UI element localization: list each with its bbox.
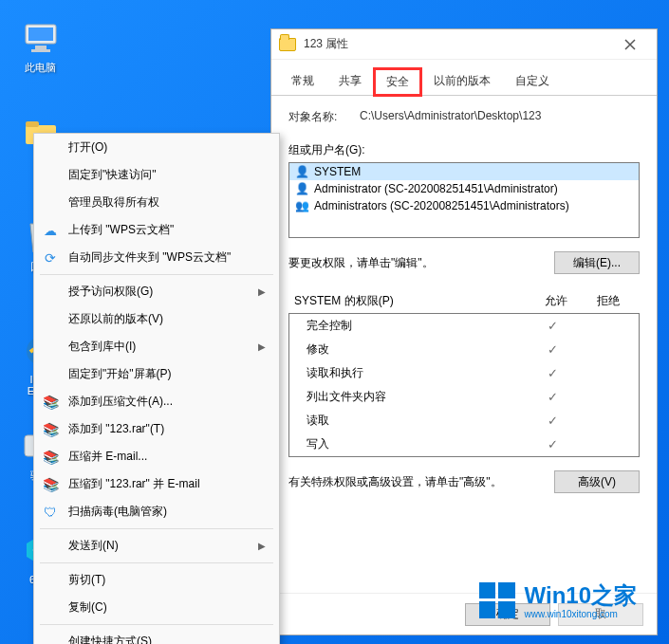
permission-name: 读取和执行 xyxy=(307,365,527,381)
titlebar[interactable]: 123 属性 xyxy=(271,29,657,60)
archive-icon: 📚 xyxy=(42,476,59,493)
allow-check: ✓ xyxy=(527,414,579,428)
menu-pin-quick[interactable]: 固定到"快速访问" xyxy=(34,161,279,189)
user-icon: 👤 xyxy=(295,182,308,195)
menu-separator xyxy=(40,274,273,275)
computer-icon xyxy=(22,19,60,57)
shield-icon: 🛡 xyxy=(42,504,59,521)
menu-label: 扫描病毒(电脑管家) xyxy=(68,504,167,520)
menu-label: 压缩到 "123.rar" 并 E-mail xyxy=(68,476,200,492)
menu-copy[interactable]: 复制(C) xyxy=(34,594,279,621)
svg-rect-3 xyxy=(31,49,50,52)
menu-sync-wps[interactable]: ⟳ 自动同步文件夹到 "WPS云文档" xyxy=(34,244,279,271)
allow-check: ✓ xyxy=(527,319,579,333)
context-menu: 打开(O) 固定到"快速访问" 管理员取得所有权 ☁ 上传到 "WPS云文档" … xyxy=(33,133,280,644)
menu-compress-email[interactable]: 📚压缩并 E-mail... xyxy=(34,443,279,470)
permission-row: 列出文件夹内容 ✓ xyxy=(289,385,639,409)
menu-separator xyxy=(40,528,273,529)
permissions-list[interactable]: 完全控制 ✓ 修改 ✓ 读取和执行 ✓ 列出文件夹内容 ✓ xyxy=(288,313,640,457)
user-item-system[interactable]: 👤 SYSTEM xyxy=(289,163,639,180)
menu-compress-rar-email[interactable]: 📚压缩到 "123.rar" 并 E-mail xyxy=(34,470,279,498)
menu-label: 包含到库中(I) xyxy=(68,339,136,355)
permissions-header: SYSTEM 的权限(P) xyxy=(294,293,530,309)
menu-separator xyxy=(40,562,273,563)
menu-add-rar[interactable]: 📚添加到 "123.rar"(T) xyxy=(34,415,279,443)
svg-rect-2 xyxy=(35,46,46,49)
user-item-administrators[interactable]: 👥 Administrators (SC-202008251451\Admini… xyxy=(289,197,639,214)
archive-icon: 📚 xyxy=(42,421,59,438)
menu-cut[interactable]: 剪切(T) xyxy=(34,566,279,594)
menu-pin-start[interactable]: 固定到"开始"屏幕(P) xyxy=(34,360,279,388)
close-button[interactable] xyxy=(611,32,649,57)
menu-label: 授予访问权限(G) xyxy=(68,284,153,300)
chevron-right-icon: ▶ xyxy=(258,341,266,352)
menu-upload-wps[interactable]: ☁ 上传到 "WPS云文档" xyxy=(34,216,279,244)
menu-label: 管理员取得所有权 xyxy=(68,194,159,211)
menu-add-archive[interactable]: 📚添加到压缩文件(A)... xyxy=(34,388,279,415)
menu-create-shortcut[interactable]: 创建快捷方式(S) xyxy=(34,628,279,644)
user-list[interactable]: 👤 SYSTEM 👤 Administrator (SC-20200825145… xyxy=(288,162,640,238)
menu-admin-own[interactable]: 管理员取得所有权 xyxy=(34,189,279,216)
allow-check: ✓ xyxy=(527,390,579,404)
deny-header: 拒绝 xyxy=(582,293,634,309)
menu-label: 还原以前的版本(V) xyxy=(68,311,163,327)
permission-name: 写入 xyxy=(307,436,527,452)
menu-open[interactable]: 打开(O) xyxy=(34,134,279,161)
edit-button[interactable]: 编辑(E)... xyxy=(554,251,640,274)
edit-note: 要更改权限，请单击"编辑"。 xyxy=(288,255,554,271)
tab-custom[interactable]: 自定义 xyxy=(503,67,562,95)
tab-general[interactable]: 常规 xyxy=(279,67,326,95)
permission-row: 修改 ✓ xyxy=(289,338,639,361)
allow-check: ✓ xyxy=(527,366,579,380)
menu-grant-access[interactable]: 授予访问权限(G)▶ xyxy=(34,278,279,305)
permission-name: 读取 xyxy=(307,413,527,429)
archive-icon: 📚 xyxy=(42,449,59,466)
properties-dialog: 123 属性 常规 共享 安全 以前的版本 自定义 对象名称: C:\Users… xyxy=(270,28,658,635)
sync-icon: ⟳ xyxy=(42,249,59,267)
dialog-body: 对象名称: C:\Users\Administrator\Desktop\123… xyxy=(271,96,657,506)
menu-label: 添加到 "123.rar"(T) xyxy=(68,421,164,437)
tab-security[interactable]: 安全 xyxy=(374,68,421,96)
permission-row: 读取 ✓ xyxy=(289,409,639,432)
menu-restore-prev[interactable]: 还原以前的版本(V) xyxy=(34,305,279,333)
menu-label: 压缩并 E-mail... xyxy=(68,449,147,465)
user-icon: 👤 xyxy=(295,165,308,178)
user-name: SYSTEM xyxy=(314,165,361,178)
dialog-title: 123 属性 xyxy=(304,36,611,52)
windows-logo-icon xyxy=(479,582,515,618)
svg-rect-1 xyxy=(28,28,53,41)
tab-prev-versions[interactable]: 以前的版本 xyxy=(421,67,503,95)
folder-icon xyxy=(279,38,296,51)
menu-label: 固定到"快速访问" xyxy=(68,167,157,183)
menu-label: 打开(O) xyxy=(68,139,107,156)
advanced-button[interactable]: 高级(V) xyxy=(554,470,640,493)
user-name: Administrators (SC-202008251451\Administ… xyxy=(314,199,569,212)
menu-label: 添加到压缩文件(A)... xyxy=(68,394,173,410)
menu-send-to[interactable]: 发送到(N)▶ xyxy=(34,532,279,560)
desktop-icon-this-pc[interactable]: 此电脑 xyxy=(9,19,71,75)
watermark-title: Win10之家 xyxy=(525,580,637,611)
menu-label: 发送到(N) xyxy=(68,538,119,554)
group-users-label: 组或用户名(G): xyxy=(288,142,640,158)
menu-separator xyxy=(40,624,273,625)
watermark: Win10之家 www.win10xitong.com xyxy=(479,580,637,619)
menu-label: 自动同步文件夹到 "WPS云文档" xyxy=(68,249,231,266)
permission-row: 完全控制 ✓ xyxy=(289,314,639,338)
desktop-icon-label: 此电脑 xyxy=(9,61,71,75)
menu-scan-virus[interactable]: 🛡扫描病毒(电脑管家) xyxy=(34,498,279,525)
close-icon xyxy=(624,39,636,50)
advanced-note: 有关特殊权限或高级设置，请单击"高级"。 xyxy=(288,474,554,490)
user-item-administrator[interactable]: 👤 Administrator (SC-202008251451\Adminis… xyxy=(289,180,639,197)
allow-header: 允许 xyxy=(530,293,582,309)
menu-label: 剪切(T) xyxy=(68,572,105,588)
object-name-value: C:\Users\Administrator\Desktop\123 xyxy=(360,109,640,125)
archive-icon: 📚 xyxy=(42,394,59,411)
menu-label: 复制(C) xyxy=(68,599,107,616)
menu-label: 创建快捷方式(S) xyxy=(68,634,152,644)
permission-name: 列出文件夹内容 xyxy=(307,389,527,405)
tab-share[interactable]: 共享 xyxy=(326,67,374,95)
menu-include-lib[interactable]: 包含到库中(I)▶ xyxy=(34,333,279,360)
svg-rect-5 xyxy=(26,121,39,127)
permission-row: 写入 ✓ xyxy=(289,432,639,456)
cloud-up-icon: ☁ xyxy=(42,222,59,239)
